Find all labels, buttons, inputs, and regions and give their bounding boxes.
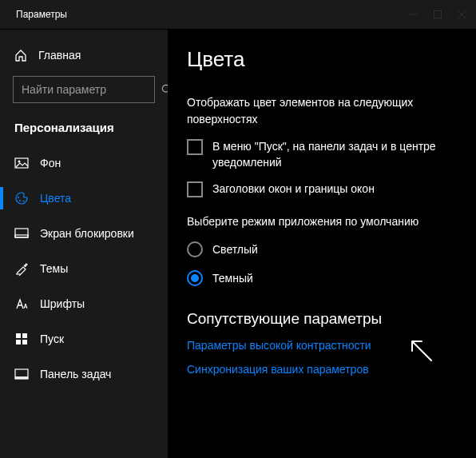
sidebar-item-label: Цвета bbox=[40, 192, 71, 205]
window-controls bbox=[409, 10, 466, 19]
sidebar-item-colors[interactable]: Цвета bbox=[0, 181, 168, 216]
svg-point-7 bbox=[18, 161, 21, 163]
page-title: Цвета bbox=[187, 47, 457, 72]
svg-point-9 bbox=[19, 200, 21, 201]
svg-point-10 bbox=[22, 200, 24, 201]
palette-icon bbox=[14, 191, 29, 205]
sidebar-item-taskbar[interactable]: Панель задач bbox=[0, 356, 168, 392]
surfaces-intro: Отображать цвет элементов на следующих п… bbox=[187, 94, 457, 128]
sidebar-item-lockscreen[interactable]: Экран блокировки bbox=[0, 216, 168, 251]
svg-point-8 bbox=[18, 197, 19, 198]
home-label: Главная bbox=[38, 49, 81, 62]
sidebar-item-start[interactable]: Пуск bbox=[0, 321, 168, 356]
radio-ring-icon bbox=[187, 241, 203, 257]
lockscreen-icon bbox=[14, 226, 29, 241]
checkbox-box-icon bbox=[187, 139, 203, 155]
radio-dark[interactable]: Темный bbox=[187, 270, 457, 286]
mode-label: Выберите режим приложения по умолчанию bbox=[187, 213, 457, 230]
svg-rect-12 bbox=[15, 235, 28, 237]
checkbox-box-icon bbox=[187, 181, 203, 197]
svg-rect-14 bbox=[16, 333, 21, 338]
checkbox-label: Заголовки окон и границы окон bbox=[212, 181, 375, 197]
sidebar-item-label: Шрифты bbox=[40, 297, 85, 310]
sidebar-item-label: Пуск bbox=[40, 333, 64, 345]
close-icon[interactable] bbox=[457, 10, 466, 19]
start-icon bbox=[14, 332, 29, 346]
sidebar-item-background[interactable]: Фон bbox=[0, 145, 168, 181]
checkbox-start-taskbar-ac[interactable]: В меню "Пуск", на панели задач и в центр… bbox=[187, 139, 457, 170]
minimize-icon[interactable] bbox=[409, 10, 418, 19]
picture-icon bbox=[14, 156, 29, 170]
sidebar-item-label: Темы bbox=[40, 262, 68, 275]
svg-rect-11 bbox=[15, 229, 28, 237]
sidebar-item-label: Экран блокировки bbox=[40, 227, 134, 240]
fonts-icon bbox=[14, 297, 29, 311]
sidebar-item-label: Фон bbox=[40, 157, 61, 169]
checkbox-title-borders[interactable]: Заголовки окон и границы окон bbox=[187, 181, 457, 197]
main-content: Цвета Отображать цвет элементов на следу… bbox=[168, 30, 476, 458]
search-box[interactable] bbox=[13, 76, 155, 103]
svg-rect-16 bbox=[16, 340, 21, 344]
window-title: Параметры bbox=[16, 9, 67, 20]
sidebar-item-fonts[interactable]: Шрифты bbox=[0, 286, 168, 321]
search-input[interactable] bbox=[22, 83, 161, 96]
svg-rect-1 bbox=[434, 11, 442, 18]
radio-ring-icon bbox=[187, 270, 203, 286]
link-sync[interactable]: Синхронизация ваших параметров bbox=[187, 363, 457, 376]
svg-rect-17 bbox=[22, 340, 27, 344]
category-heading: Персонализация bbox=[0, 113, 168, 145]
titlebar: Параметры bbox=[0, 0, 476, 29]
related-heading: Сопутствующие параметры bbox=[187, 310, 457, 328]
home-button[interactable]: Главная bbox=[0, 41, 168, 70]
sidebar: Главная Персонализация ФонЦветаЭкран бло… bbox=[0, 30, 168, 458]
taskbar-icon bbox=[14, 367, 29, 381]
radio-label: Темный bbox=[212, 272, 253, 285]
link-high-contrast[interactable]: Параметры высокой контрастности bbox=[187, 339, 457, 352]
radio-label: Светлый bbox=[212, 243, 258, 256]
home-icon bbox=[14, 49, 27, 62]
sidebar-item-themes[interactable]: Темы bbox=[0, 251, 168, 286]
sidebar-item-label: Панель задач bbox=[40, 368, 111, 380]
radio-light[interactable]: Светлый bbox=[187, 241, 457, 257]
svg-rect-15 bbox=[22, 333, 27, 338]
svg-rect-19 bbox=[15, 376, 28, 379]
checkbox-label: В меню "Пуск", на панели задач и в центр… bbox=[212, 139, 457, 170]
maximize-icon[interactable] bbox=[433, 10, 442, 19]
themes-icon bbox=[14, 261, 29, 276]
